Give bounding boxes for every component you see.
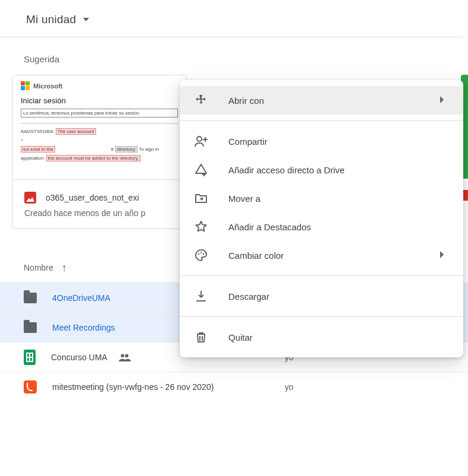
file-name: Concurso UMA [51, 353, 107, 362]
shared-icon [118, 353, 131, 361]
thumb-line2: not exist in the 8 directory. To sign in [21, 147, 178, 152]
context-menu: Abrir con Compartir Añadir acceso direct… [180, 80, 463, 357]
svg-point-2 [197, 137, 202, 141]
menu-remove[interactable]: Quitar [180, 323, 463, 351]
menu-open-with[interactable]: Abrir con [180, 86, 463, 115]
section-heading-suggested: Sugerida [0, 37, 468, 75]
thumb-error-banner: Lo sentimos, tenemos problemas para inic… [21, 109, 178, 118]
star-icon [194, 220, 228, 234]
breadcrumb-my-drive-button[interactable]: Mi unidad [24, 11, 91, 28]
file-owner: yo [285, 382, 294, 392]
microsoft-logo-icon [21, 81, 30, 90]
microsoft-logo: Microsoft [21, 81, 178, 90]
image-file-icon [24, 192, 36, 204]
menu-download[interactable]: Descargar [180, 282, 463, 310]
menu-separator [180, 120, 463, 121]
breadcrumb: Mi unidad [0, 0, 463, 37]
chevron-right-icon [435, 93, 449, 109]
trash-icon [194, 330, 228, 344]
jamboard-file-icon [24, 380, 37, 394]
menu-label: Quitar [228, 332, 449, 342]
file-name: 4OneDriveUMA [52, 293, 110, 303]
folder-icon [24, 322, 37, 333]
menu-separator [180, 316, 463, 317]
svg-point-9 [203, 253, 205, 255]
menu-change-color[interactable]: Cambiar color [180, 241, 463, 269]
folder-icon [24, 293, 37, 303]
suggested-card-filename: o365_user_does_not_exi [46, 193, 139, 202]
share-icon [194, 134, 228, 148]
file-name: Meet Recordings [52, 323, 115, 332]
svg-point-7 [198, 253, 200, 255]
microsoft-logo-text: Microsoft [33, 82, 63, 90]
chevron-down-icon [83, 18, 89, 21]
breadcrumb-label: Mi unidad [26, 13, 76, 26]
menu-add-starred[interactable]: Añadir a Destacados [180, 212, 463, 241]
menu-label: Añadir a Destacados [228, 222, 449, 232]
menu-separator [180, 275, 463, 276]
move-icon [194, 191, 228, 205]
thumb-line3: application. the account must be added t… [21, 156, 178, 161]
suggested-card-thumbnail: Microsoft Iniciar sesión Lo sentimos, te… [12, 75, 186, 179]
drive-shortcut-icon [194, 163, 228, 177]
svg-point-1 [125, 354, 129, 357]
thumb-line1: AADSTS51004: The user account [21, 129, 178, 134]
svg-point-8 [200, 252, 202, 253]
suggested-card-title-row: o365_user_does_not_exi [12, 179, 186, 208]
file-name: mitestmeeting (syn-vwfg-nes - 26 nov 202… [52, 382, 214, 392]
suggested-card-subtitle: Creado hace menos de un año p [12, 208, 186, 229]
menu-label: Mover a [228, 193, 449, 204]
chevron-right-icon [435, 247, 449, 264]
menu-label: Compartir [228, 137, 449, 147]
download-icon [194, 289, 228, 303]
menu-label: Cambiar color [228, 250, 435, 261]
svg-point-0 [121, 354, 125, 357]
menu-add-shortcut[interactable]: Añadir acceso directo a Drive [180, 156, 463, 184]
palette-icon [194, 248, 228, 262]
column-header-name-label: Nombre [24, 263, 53, 272]
menu-move-to[interactable]: Mover a [180, 184, 463, 212]
menu-label: Descargar [228, 291, 449, 302]
thumb-title: Iniciar sesión [21, 96, 178, 105]
suggested-card[interactable]: Microsoft Iniciar sesión Lo sentimos, te… [12, 75, 187, 229]
open-with-icon [194, 93, 228, 107]
menu-label: Abrir con [228, 96, 435, 106]
arrow-up-icon: ↑ [62, 262, 67, 273]
menu-share[interactable]: Compartir [180, 127, 463, 156]
sheets-file-icon [24, 350, 36, 365]
menu-label: Añadir acceso directo a Drive [228, 165, 449, 175]
file-row-jam[interactable]: mitestmeeting (syn-vwfg-nes - 26 nov 202… [0, 372, 468, 401]
